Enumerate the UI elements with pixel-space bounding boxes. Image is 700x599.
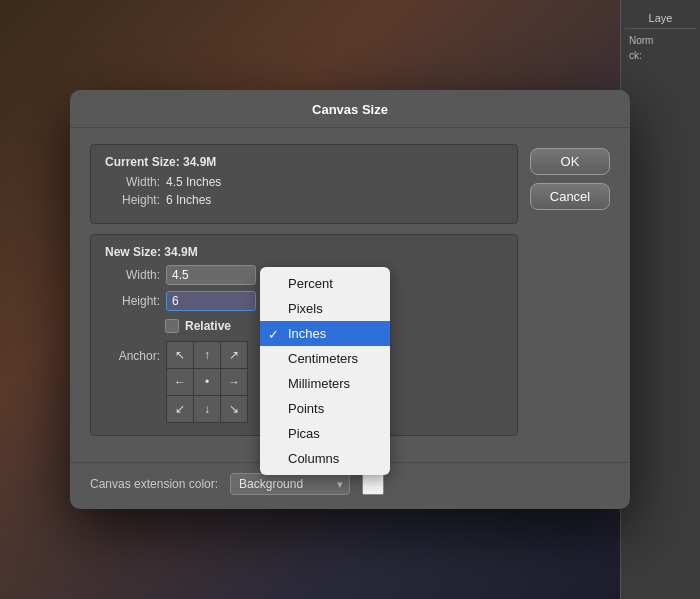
new-size-title: New Size: 34.9M bbox=[105, 245, 503, 259]
canvas-extension-dropdown[interactable]: Background bbox=[230, 473, 350, 495]
panel-item-norm: Norm bbox=[625, 33, 696, 48]
anchor-label: Anchor: bbox=[105, 341, 160, 363]
canvas-ext-label: Canvas extension color: bbox=[90, 477, 218, 491]
dialog-actions: OK Cancel bbox=[530, 144, 610, 446]
dialog-title: Canvas Size bbox=[70, 90, 630, 128]
new-size-section: New Size: 34.9M Width: Percent Pixels bbox=[90, 234, 518, 436]
unit-option-centimeters[interactable]: Centimeters bbox=[260, 346, 390, 371]
right-panel: Laye Norm ck: bbox=[620, 0, 700, 599]
check-icon: ✓ bbox=[268, 326, 279, 341]
unit-option-points[interactable]: Points bbox=[260, 396, 390, 421]
unit-option-millimeters[interactable]: Millimeters bbox=[260, 371, 390, 396]
panel-item-lock: ck: bbox=[625, 48, 696, 63]
height-input[interactable] bbox=[166, 291, 256, 311]
anchor-top-center[interactable]: ↑ bbox=[194, 342, 220, 368]
anchor-top-right[interactable]: ↗ bbox=[221, 342, 247, 368]
anchor-top-left[interactable]: ↖ bbox=[167, 342, 193, 368]
unit-option-picas[interactable]: Picas bbox=[260, 421, 390, 446]
width-input[interactable] bbox=[166, 265, 256, 285]
anchor-bot-right[interactable]: ↘ bbox=[221, 396, 247, 422]
unit-option-percent[interactable]: Percent bbox=[260, 271, 390, 296]
cancel-button[interactable]: Cancel bbox=[530, 183, 610, 210]
relative-label: Relative bbox=[185, 319, 231, 333]
canvas-size-dialog: Canvas Size Current Size: 34.9M Width: 4… bbox=[70, 90, 630, 509]
relative-checkbox[interactable] bbox=[165, 319, 179, 333]
current-height-row: Height: 6 Inches bbox=[105, 193, 503, 207]
ok-button[interactable]: OK bbox=[530, 148, 610, 175]
anchor-bot-left[interactable]: ↙ bbox=[167, 396, 193, 422]
unit-option-pixels[interactable]: Pixels bbox=[260, 296, 390, 321]
current-size-section: Current Size: 34.9M Width: 4.5 Inches He… bbox=[90, 144, 518, 224]
current-width-label: Width: bbox=[105, 175, 160, 189]
unit-option-inches[interactable]: ✓ Inches bbox=[260, 321, 390, 346]
current-width-value: 4.5 Inches bbox=[166, 175, 221, 189]
new-width-label: Width: bbox=[105, 268, 160, 282]
anchor-mid-center[interactable]: • bbox=[194, 369, 220, 395]
current-size-title: Current Size: 34.9M bbox=[105, 155, 503, 169]
current-width-row: Width: 4.5 Inches bbox=[105, 175, 503, 189]
unit-dropdown[interactable]: Percent Pixels ✓ Inches Centimeters bbox=[260, 267, 390, 475]
canvas-ext-color-swatch[interactable] bbox=[362, 473, 384, 495]
dialog-main: Current Size: 34.9M Width: 4.5 Inches He… bbox=[90, 144, 518, 446]
panel-title: Laye bbox=[625, 8, 696, 29]
anchor-grid: ↖ ↑ ↗ ← • bbox=[166, 341, 248, 423]
current-height-value: 6 Inches bbox=[166, 193, 211, 207]
new-width-row: Width: Percent Pixels ✓ bbox=[105, 265, 503, 285]
current-height-label: Height: bbox=[105, 193, 160, 207]
anchor-bot-center[interactable]: ↓ bbox=[194, 396, 220, 422]
anchor-mid-right[interactable]: → bbox=[221, 369, 247, 395]
unit-option-columns[interactable]: Columns bbox=[260, 446, 390, 471]
new-height-label: Height: bbox=[105, 294, 160, 308]
anchor-mid-left[interactable]: ← bbox=[167, 369, 193, 395]
